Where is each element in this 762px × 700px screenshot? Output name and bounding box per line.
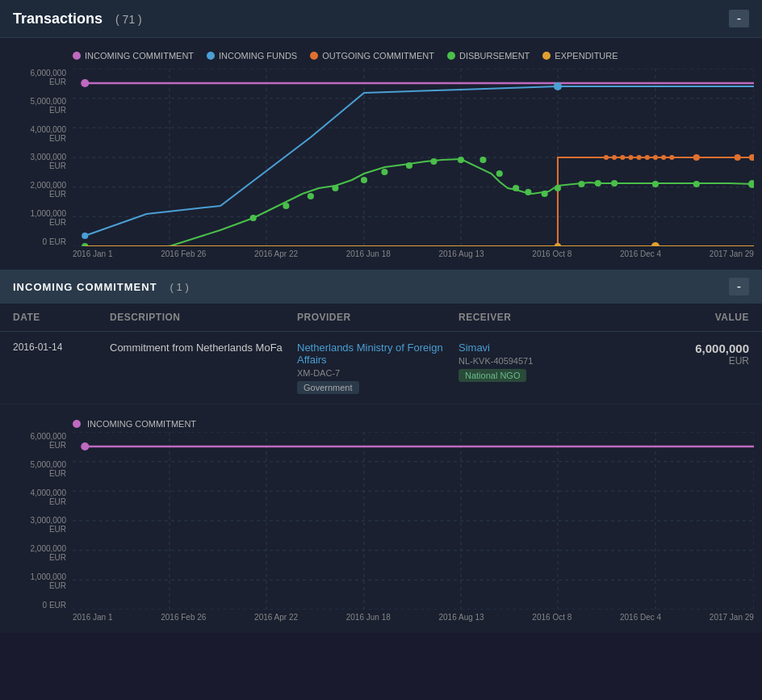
legend-item-expenditure: EXPENDITURE xyxy=(542,51,618,61)
col-value: VALUE xyxy=(652,312,749,323)
outgoing-commitment-dot xyxy=(310,52,318,60)
second-chart-container: INCOMING COMMITMENT 6,000,000EUR 5,000,0… xyxy=(0,404,762,633)
legend-item-outgoing-commitment: OUTGOING COMMITMENT xyxy=(310,51,434,61)
x2-label-aug13: 2016 Aug 13 xyxy=(438,613,484,622)
x-label-jun18: 2016 Jun 18 xyxy=(346,249,391,258)
svg-point-23 xyxy=(645,155,650,160)
svg-point-16 xyxy=(554,82,562,90)
y-label-4m: 4,000,000EUR xyxy=(31,125,67,143)
svg-point-42 xyxy=(513,185,519,191)
col-date: DATE xyxy=(13,312,110,323)
y2-label-6m: 6,000,000EUR xyxy=(31,432,67,450)
legend-label-incoming-funds: INCOMING FUNDS xyxy=(219,51,297,61)
svg-point-20 xyxy=(620,155,625,160)
svg-point-40 xyxy=(479,157,486,163)
svg-point-33 xyxy=(308,193,314,199)
x2-label-jan29: 2017 Jan 29 xyxy=(710,613,754,622)
second-chart-dot xyxy=(73,420,81,428)
svg-point-28 xyxy=(735,154,741,161)
svg-point-25 xyxy=(661,155,666,160)
cell-value: 6,000,000 EUR xyxy=(652,342,749,367)
legend-item-incoming-commitment: INCOMING COMMITMENT xyxy=(73,51,194,61)
x-label-jan1: 2016 Jan 1 xyxy=(73,249,113,258)
provider-badge[interactable]: Government xyxy=(297,381,359,394)
svg-point-26 xyxy=(669,155,674,160)
svg-point-41 xyxy=(496,170,503,177)
section-title: INCOMING COMMITMENT xyxy=(13,281,157,293)
legend-label-outgoing-commitment: OUTGOING COMMITMENT xyxy=(322,51,434,61)
svg-point-50 xyxy=(693,181,700,187)
page-title: Transactions xyxy=(13,10,103,27)
table-row: 2016-01-14 Commitment from Netherlands M… xyxy=(0,332,762,404)
svg-point-67 xyxy=(81,442,89,451)
y-label-5m: 5,000,000EUR xyxy=(31,97,67,115)
svg-point-39 xyxy=(458,157,464,163)
provider-code: XM-DAC-7 xyxy=(297,368,458,378)
y-label-2m: 2,000,000EUR xyxy=(31,181,67,199)
second-chart-legend: INCOMING COMMITMENT xyxy=(0,413,762,432)
x-label-feb26: 2016 Feb 26 xyxy=(161,249,206,258)
provider-name[interactable]: Netherlands Ministry of Foreign Affairs xyxy=(297,342,458,366)
svg-point-48 xyxy=(611,180,618,187)
svg-point-36 xyxy=(381,169,387,175)
second-x-axis-labels: 2016 Jan 1 2016 Feb 26 2016 Apr 22 2016 … xyxy=(0,610,762,625)
col-provider: PROVIDER xyxy=(297,312,458,323)
cell-date: 2016-01-14 xyxy=(13,342,110,353)
receiver-id: NL-KVK-40594571 xyxy=(458,356,652,366)
svg-point-21 xyxy=(628,155,633,160)
section-header: INCOMING COMMITMENT ( 1 ) - xyxy=(0,270,762,304)
col-receiver: RECEIVER xyxy=(458,312,652,323)
disbursement-dot xyxy=(447,52,455,60)
svg-point-37 xyxy=(406,162,412,169)
svg-point-46 xyxy=(578,181,584,187)
svg-point-27 xyxy=(693,154,700,161)
main-chart-svg xyxy=(73,69,754,246)
x2-label-oct8: 2016 Oct 8 xyxy=(532,613,572,622)
y2-label-3m: 3,000,000EUR xyxy=(31,516,67,534)
cell-provider: Netherlands Ministry of Foreign Affairs … xyxy=(297,342,458,394)
second-chart-label: INCOMING COMMITMENT xyxy=(87,419,196,429)
value-currency: EUR xyxy=(652,355,749,367)
svg-point-52 xyxy=(651,242,659,246)
x-label-oct8: 2016 Oct 8 xyxy=(532,249,572,258)
value-amount: 6,000,000 xyxy=(652,342,749,355)
svg-point-34 xyxy=(332,185,338,191)
svg-point-14 xyxy=(81,79,89,87)
x2-label-dec4: 2016 Dec 4 xyxy=(620,613,661,622)
legend-item-disbursement: DISBURSEMENT xyxy=(447,51,530,61)
svg-point-49 xyxy=(652,181,659,187)
y2-label-4m: 4,000,000EUR xyxy=(31,488,67,506)
svg-point-35 xyxy=(361,177,367,183)
svg-point-31 xyxy=(250,215,257,221)
receiver-badge[interactable]: National NGO xyxy=(458,369,526,382)
y2-label-1m: 1,000,000EUR xyxy=(31,572,67,590)
legend-label-expenditure: EXPENDITURE xyxy=(555,51,618,61)
svg-point-45 xyxy=(555,185,561,191)
col-description: DESCRIPTION xyxy=(110,312,297,323)
y2-label-2m: 2,000,000EUR xyxy=(31,544,67,562)
svg-point-19 xyxy=(612,155,617,160)
collapse-button[interactable]: - xyxy=(729,10,749,27)
x2-label-apr22: 2016 Apr 22 xyxy=(254,613,298,622)
section-collapse-button[interactable]: - xyxy=(729,278,749,296)
x-label-apr22: 2016 Apr 22 xyxy=(254,249,298,258)
legend-item-incoming-funds: INCOMING FUNDS xyxy=(207,51,297,61)
svg-point-29 xyxy=(749,154,754,161)
receiver-name[interactable]: Simavi xyxy=(458,342,652,354)
incoming-commitment-dot xyxy=(73,52,81,60)
cell-receiver: Simavi NL-KVK-40594571 National NGO xyxy=(458,342,652,382)
cell-description: Commitment from Netherlands MoFa xyxy=(110,342,297,354)
svg-point-18 xyxy=(604,155,609,160)
transaction-count: ( 71 ) xyxy=(115,13,142,26)
y-label-1m: 1,000,000EUR xyxy=(31,209,67,227)
svg-point-38 xyxy=(430,158,437,165)
svg-point-24 xyxy=(653,155,658,160)
legend-label-incoming-commitment: INCOMING COMMITMENT xyxy=(85,51,194,61)
main-chart-container: INCOMING COMMITMENT INCOMING FUNDS OUTGO… xyxy=(0,38,762,270)
svg-point-47 xyxy=(595,180,601,187)
second-chart-svg xyxy=(73,432,754,610)
svg-point-22 xyxy=(637,155,642,160)
legend-label-disbursement: DISBURSEMENT xyxy=(459,51,530,61)
incoming-funds-dot xyxy=(207,52,215,60)
x-label-aug13: 2016 Aug 13 xyxy=(438,249,484,258)
